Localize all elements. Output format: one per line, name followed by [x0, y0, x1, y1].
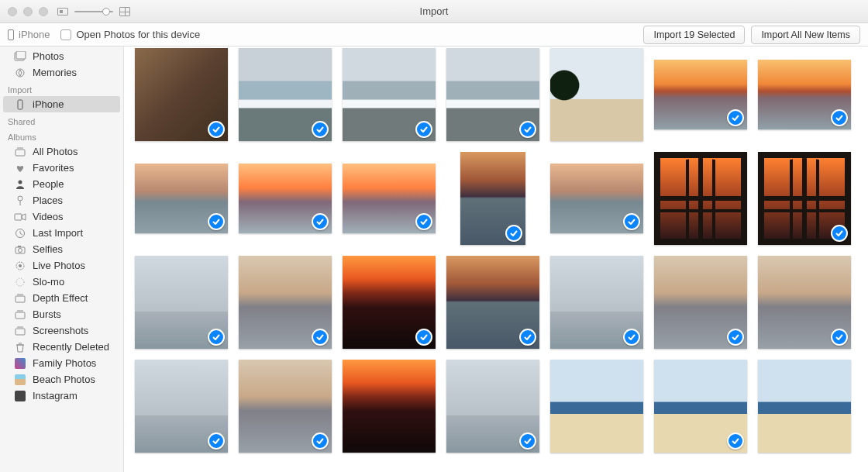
- sidebar-item-all-photos[interactable]: All Photos: [0, 143, 123, 160]
- photo-cell[interactable]: [239, 48, 332, 141]
- selection-checkmark-icon[interactable]: [519, 121, 536, 138]
- photo-thumbnail[interactable]: [343, 256, 436, 349]
- selection-checkmark-icon[interactable]: [208, 432, 225, 450]
- selection-checkmark-icon[interactable]: [831, 225, 848, 242]
- sidebar[interactable]: PhotosMemoriesImportiPhoneSharedAlbumsAl…: [0, 47, 124, 472]
- photo-cell[interactable]: [758, 256, 851, 349]
- photo-cell[interactable]: [135, 360, 228, 453]
- selection-checkmark-icon[interactable]: [519, 432, 536, 450]
- photo-cell[interactable]: [135, 256, 228, 349]
- photo-thumbnail[interactable]: [550, 360, 643, 453]
- sidebar-item-people[interactable]: People: [0, 176, 123, 192]
- photo-thumbnail[interactable]: [550, 256, 643, 349]
- selection-checkmark-icon[interactable]: [505, 225, 522, 242]
- photo-cell[interactable]: [758, 360, 851, 453]
- photo-cell[interactable]: [758, 152, 851, 245]
- photo-cell[interactable]: [343, 152, 436, 245]
- photo-thumbnail[interactable]: [654, 256, 747, 349]
- photo-thumbnail[interactable]: [135, 360, 228, 453]
- sidebar-item-last-import[interactable]: Last Import: [0, 225, 123, 241]
- photo-cell[interactable]: [446, 48, 539, 141]
- photo-thumbnail[interactable]: [135, 164, 228, 233]
- photo-thumbnail[interactable]: [654, 152, 747, 245]
- photo-cell[interactable]: [446, 360, 539, 453]
- thumbnail-size-slider[interactable]: [74, 11, 113, 12]
- close-window-button[interactable]: [8, 7, 17, 16]
- selection-checkmark-icon[interactable]: [727, 109, 744, 126]
- photo-thumbnail[interactable]: [343, 164, 436, 233]
- selection-checkmark-icon[interactable]: [623, 329, 640, 346]
- photo-cell[interactable]: [239, 360, 332, 453]
- photo-cell[interactable]: [550, 152, 643, 245]
- photo-cell[interactable]: [654, 48, 747, 141]
- photo-thumbnail[interactable]: [343, 360, 436, 453]
- photo-cell[interactable]: [239, 256, 332, 349]
- photo-thumbnail[interactable]: [239, 360, 332, 453]
- selection-checkmark-icon[interactable]: [519, 329, 536, 346]
- sidebar-item-live-photos[interactable]: Live Photos: [0, 257, 123, 274]
- photo-cell[interactable]: [135, 152, 228, 245]
- photo-thumbnail[interactable]: [135, 256, 228, 349]
- sidebar-item-beach-photos[interactable]: Beach Photos: [0, 371, 123, 388]
- photo-thumbnail[interactable]: [654, 360, 747, 453]
- photo-thumbnail[interactable]: [550, 48, 643, 141]
- selection-checkmark-icon[interactable]: [312, 121, 329, 138]
- sidebar-item-bursts[interactable]: Bursts: [0, 306, 123, 322]
- photo-cell[interactable]: [550, 48, 643, 141]
- photo-thumbnail[interactable]: [446, 256, 539, 349]
- selection-checkmark-icon[interactable]: [831, 329, 848, 346]
- slider-knob[interactable]: [102, 8, 110, 16]
- photo-thumbnail[interactable]: [758, 256, 851, 349]
- photo-cell[interactable]: [343, 360, 436, 453]
- sidebar-item-memories[interactable]: Memories: [0, 64, 123, 81]
- sidebar-item-instagram[interactable]: Instagram: [0, 388, 123, 404]
- selection-checkmark-icon[interactable]: [312, 329, 329, 346]
- import-all-button[interactable]: Import All New Items: [751, 26, 860, 44]
- photo-cell[interactable]: [446, 256, 539, 349]
- selection-checkmark-icon[interactable]: [312, 432, 329, 450]
- photo-thumbnail[interactable]: [343, 48, 436, 141]
- selection-checkmark-icon[interactable]: [208, 121, 225, 138]
- import-selected-button[interactable]: Import 19 Selected: [643, 26, 745, 44]
- selection-checkmark-icon[interactable]: [415, 329, 432, 346]
- sidebar-item-selfies[interactable]: Selfies: [0, 241, 123, 257]
- photo-cell[interactable]: [654, 360, 747, 453]
- selection-checkmark-icon[interactable]: [727, 432, 744, 450]
- photo-thumbnail[interactable]: [550, 164, 643, 233]
- photo-thumbnail[interactable]: [758, 152, 851, 245]
- photo-thumbnail[interactable]: [654, 60, 747, 129]
- sidebar-item-photos[interactable]: Photos: [0, 48, 123, 64]
- photo-grid[interactable]: [124, 47, 868, 472]
- photo-cell[interactable]: [135, 48, 228, 141]
- sidebar-item-places[interactable]: Places: [0, 192, 123, 208]
- sidebar-item-slo-mo[interactable]: Slo-mo: [0, 274, 123, 290]
- minimize-window-button[interactable]: [23, 7, 33, 16]
- sidebar-item-screenshots[interactable]: Screenshots: [0, 322, 123, 339]
- large-thumbs-icon[interactable]: [119, 7, 130, 16]
- selection-checkmark-icon[interactable]: [312, 213, 329, 230]
- sidebar-item-recently-deleted[interactable]: Recently Deleted: [0, 339, 123, 355]
- photo-cell[interactable]: [343, 48, 436, 141]
- photo-cell[interactable]: [446, 152, 539, 245]
- photo-cell[interactable]: [550, 256, 643, 349]
- zoom-window-button[interactable]: [39, 7, 48, 16]
- selection-checkmark-icon[interactable]: [415, 121, 432, 138]
- photo-thumbnail[interactable]: [446, 360, 539, 453]
- photo-thumbnail[interactable]: [239, 164, 332, 233]
- open-photos-checkbox[interactable]: [60, 29, 71, 40]
- sidebar-item-favorites[interactable]: Favorites: [0, 160, 123, 176]
- selection-checkmark-icon[interactable]: [831, 109, 848, 126]
- photo-thumbnail[interactable]: [758, 60, 851, 129]
- photo-thumbnail[interactable]: [758, 360, 851, 453]
- selection-checkmark-icon[interactable]: [727, 329, 744, 346]
- selection-checkmark-icon[interactable]: [208, 213, 225, 230]
- selection-checkmark-icon[interactable]: [623, 213, 640, 230]
- photo-thumbnail[interactable]: [446, 48, 539, 141]
- photo-cell[interactable]: [343, 256, 436, 349]
- sidebar-item-depth-effect[interactable]: Depth Effect: [0, 290, 123, 306]
- sidebar-item-family-photos[interactable]: Family Photos: [0, 355, 123, 371]
- selection-checkmark-icon[interactable]: [208, 329, 225, 346]
- photo-cell[interactable]: [654, 152, 747, 245]
- photo-thumbnail[interactable]: [239, 256, 332, 349]
- photo-thumbnail[interactable]: [135, 48, 228, 141]
